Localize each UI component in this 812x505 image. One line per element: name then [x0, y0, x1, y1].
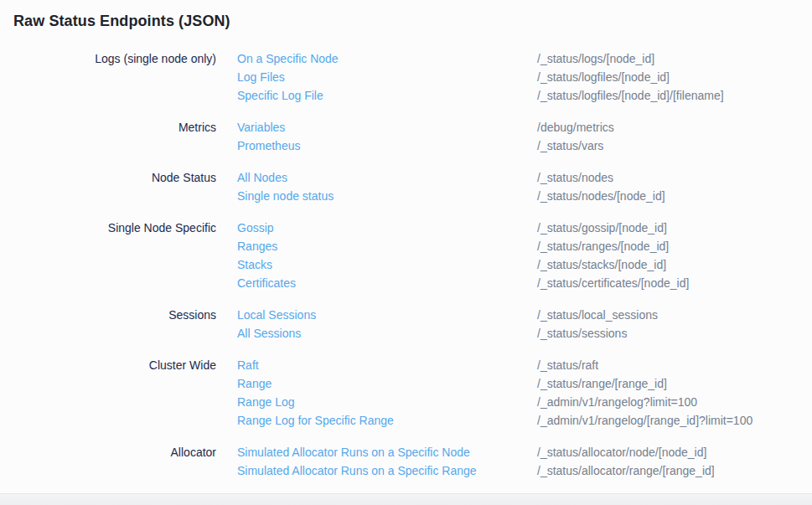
endpoint-group: SessionsLocal SessionsAll Sessions/_stat…	[13, 306, 799, 343]
category-label: Allocator	[13, 443, 237, 461]
endpoints-table: Logs (single node only)On a Specific Nod…	[13, 49, 799, 480]
paths-column: /_status/raft/_status/range/[range_id]/_…	[537, 356, 799, 430]
endpoint-path: /_status/ranges/[node_id]	[537, 237, 799, 255]
endpoint-link[interactable]: Raft	[237, 356, 259, 374]
page-title: Raw Status Endpoints (JSON)	[13, 11, 799, 31]
endpoint-link[interactable]: Gossip	[237, 219, 274, 237]
endpoint-path: /_status/certificates/[node_id]	[537, 274, 799, 292]
endpoint-link[interactable]: Range Log for Specific Range	[237, 411, 394, 430]
endpoint-link[interactable]: Range	[237, 374, 272, 393]
links-column: Simulated Allocator Runs on a Specific N…	[237, 443, 537, 480]
endpoint-link[interactable]: All Sessions	[237, 324, 301, 343]
endpoint-link[interactable]: Log Files	[237, 68, 285, 86]
page-footer-band	[0, 494, 812, 505]
endpoint-link[interactable]: Single node status	[237, 187, 334, 205]
paths-column: /_status/nodes/_status/nodes/[node_id]	[537, 168, 799, 205]
endpoint-path: /_status/logs/[node_id]	[537, 49, 799, 68]
endpoint-group: AllocatorSimulated Allocator Runs on a S…	[13, 443, 799, 480]
endpoint-group: Node StatusAll NodesSingle node status/_…	[13, 168, 799, 205]
endpoint-path: /_status/allocator/node/[node_id]	[537, 443, 799, 461]
category-label: Node Status	[13, 168, 237, 187]
links-column: Local SessionsAll Sessions	[237, 306, 537, 343]
paths-column: /_status/logs/[node_id]/_status/logfiles…	[537, 49, 799, 105]
endpoint-path: /_status/allocator/range/[range_id]	[537, 461, 799, 480]
category-label: Metrics	[13, 118, 237, 137]
endpoint-path: /_status/gossip/[node_id]	[537, 219, 799, 237]
endpoint-group: Cluster WideRaftRangeRange LogRange Log …	[13, 356, 799, 430]
endpoint-path: /_status/logfiles/[node_id]/[filename]	[537, 86, 799, 105]
links-column: VariablesPrometheus	[237, 118, 537, 155]
endpoint-path: /_status/logfiles/[node_id]	[537, 68, 799, 86]
endpoint-link[interactable]: All Nodes	[237, 168, 287, 187]
endpoint-path: /_status/nodes	[537, 168, 799, 187]
endpoint-path: /_status/stacks/[node_id]	[537, 255, 799, 274]
links-column: GossipRangesStacksCertificates	[237, 219, 537, 292]
endpoint-path: /_admin/v1/rangelog?limit=100	[537, 393, 799, 411]
endpoint-link[interactable]: Prometheus	[237, 137, 300, 155]
content-area: Raw Status Endpoints (JSON) Logs (single…	[0, 0, 812, 494]
paths-column: /_status/gossip/[node_id]/_status/ranges…	[537, 219, 799, 292]
endpoint-path: /debug/metrics	[537, 118, 799, 137]
endpoint-link[interactable]: Variables	[237, 118, 285, 137]
endpoint-path: /_admin/v1/rangelog/[range_id]?limit=100	[537, 411, 799, 430]
endpoint-group: Single Node SpecificGossipRangesStacksCe…	[13, 219, 799, 292]
endpoint-group: Logs (single node only)On a Specific Nod…	[13, 49, 799, 105]
endpoint-group: MetricsVariablesPrometheus/debug/metrics…	[13, 118, 799, 155]
paths-column: /_status/local_sessions/_status/sessions	[537, 306, 799, 343]
endpoint-link[interactable]: Simulated Allocator Runs on a Specific N…	[237, 443, 470, 461]
endpoint-path: /_status/raft	[537, 356, 799, 374]
endpoint-link[interactable]: Local Sessions	[237, 306, 316, 324]
endpoint-link[interactable]: On a Specific Node	[237, 49, 339, 68]
category-label: Sessions	[13, 306, 237, 324]
endpoint-link[interactable]: Stacks	[237, 255, 272, 274]
endpoint-link[interactable]: Certificates	[237, 274, 296, 292]
endpoint-path: /_status/nodes/[node_id]	[537, 187, 799, 205]
paths-column: /debug/metrics/_status/vars	[537, 118, 799, 155]
category-label: Cluster Wide	[13, 356, 237, 374]
endpoint-link[interactable]: Specific Log File	[237, 86, 323, 105]
endpoint-link[interactable]: Ranges	[237, 237, 277, 255]
links-column: All NodesSingle node status	[237, 168, 537, 205]
category-label: Logs (single node only)	[13, 49, 237, 68]
links-column: RaftRangeRange LogRange Log for Specific…	[237, 356, 537, 430]
debug-endpoints-page: Raw Status Endpoints (JSON) Logs (single…	[0, 0, 812, 505]
endpoint-path: /_status/sessions	[537, 324, 799, 343]
paths-column: /_status/allocator/node/[node_id]/_statu…	[537, 443, 799, 480]
endpoint-path: /_status/range/[range_id]	[537, 374, 799, 393]
endpoint-path: /_status/local_sessions	[537, 306, 799, 324]
endpoint-path: /_status/vars	[537, 137, 799, 155]
endpoint-link[interactable]: Simulated Allocator Runs on a Specific R…	[237, 461, 477, 480]
category-label: Single Node Specific	[13, 219, 237, 237]
endpoint-link[interactable]: Range Log	[237, 393, 295, 411]
links-column: On a Specific NodeLog FilesSpecific Log …	[237, 49, 537, 105]
